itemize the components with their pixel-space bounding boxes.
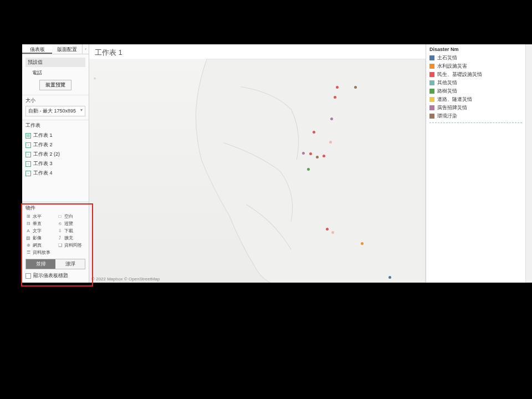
legend-swatch xyxy=(429,114,434,119)
object-item[interactable]: A文字 xyxy=(25,228,54,234)
show-title-label: 顯示儀表板標題 xyxy=(33,272,68,279)
legend-title: Disaster Nm xyxy=(429,47,522,52)
data-point[interactable] xyxy=(313,131,315,134)
legend-label: 廣告招牌災情 xyxy=(437,104,467,111)
object-label: 擴充 xyxy=(64,235,73,241)
sheet-item[interactable]: ▫工作表 3 xyxy=(25,159,85,168)
sheet-icon: ▫ xyxy=(25,142,31,148)
legend-swatch xyxy=(429,105,434,110)
mode-float-button[interactable]: 漂浮 xyxy=(55,259,85,269)
sheets-label: 工作表 xyxy=(22,120,89,130)
size-label: 大小 xyxy=(22,95,89,105)
sheet-icon: ▫ xyxy=(25,171,31,176)
object-icon: ⇩ xyxy=(57,228,63,234)
legend-label: 民生、基礎設施災情 xyxy=(437,71,482,78)
object-label: 垂直 xyxy=(33,221,42,227)
sheet-item[interactable]: ▫工作表 2 xyxy=(25,140,85,150)
scrollbar[interactable] xyxy=(525,44,532,283)
device-preview-button[interactable]: 裝置預覽 xyxy=(39,80,71,90)
legend-label: 其他災情 xyxy=(437,79,457,86)
object-item[interactable]: □空白 xyxy=(57,213,85,219)
sheet-label: 工作表 2 (2) xyxy=(33,151,60,158)
object-label: 影像 xyxy=(33,235,42,241)
object-icon: □ xyxy=(57,214,63,219)
taiwan-outline xyxy=(89,59,426,283)
tab-dashboard[interactable]: 儀表板 xyxy=(22,44,52,54)
object-item[interactable]: ❏資料問答 xyxy=(57,242,85,248)
object-icon: ⊟ xyxy=(25,221,31,227)
legend-panel: Disaster Nm 土石災情水利設施災害民生、基礎設施災情其他災情路樹災情道… xyxy=(426,44,525,283)
legend-item[interactable]: 民生、基礎設施災情 xyxy=(429,70,522,79)
legend-label: 環境汙染 xyxy=(437,112,457,120)
object-label: 網頁 xyxy=(33,242,42,248)
sheet-title: 工作表 1 xyxy=(89,44,426,59)
data-point[interactable] xyxy=(354,86,357,89)
tab-layout[interactable]: 版面配置 xyxy=(52,44,82,54)
sheet-label: 工作表 4 xyxy=(33,170,53,177)
legend-item[interactable]: 廣告招牌災情 xyxy=(429,104,522,112)
object-item[interactable]: ▧影像 xyxy=(25,235,54,241)
show-title-checkbox[interactable] xyxy=(25,273,31,279)
collapse-sidebar-button[interactable]: ‹ xyxy=(82,44,89,54)
objects-panel: 物件 ⊞水平□空白⊟垂直⎋巡覽A文字⇩下載▧影像⤴擴充⊕網頁❏資料問答☰資料故事… xyxy=(22,202,89,283)
legend-divider xyxy=(429,122,522,123)
object-item[interactable]: ⤴擴充 xyxy=(57,235,85,241)
object-icon: ⤴ xyxy=(57,236,63,241)
legend-swatch xyxy=(429,64,434,69)
object-label: 文字 xyxy=(33,228,42,234)
object-item[interactable]: ⇩下載 xyxy=(57,228,85,234)
object-item[interactable]: ☰資料故事 xyxy=(25,249,54,255)
data-point[interactable] xyxy=(329,141,332,144)
mode-tiled-button[interactable]: 並排 xyxy=(26,259,55,269)
object-label: 水平 xyxy=(33,213,42,219)
legend-item[interactable]: 水利設施災害 xyxy=(429,62,522,70)
svg-point-0 xyxy=(94,77,96,79)
object-label: 下載 xyxy=(64,228,73,234)
object-icon: ☰ xyxy=(25,250,31,255)
object-icon: ❏ xyxy=(57,243,63,248)
sheet-item[interactable]: ▫工作表 2 (2) xyxy=(25,150,85,159)
object-icon: ⎋ xyxy=(57,221,63,227)
sheet-icon: ▫ xyxy=(25,161,31,167)
legend-item[interactable]: 路樹災情 xyxy=(429,87,522,95)
legend-label: 路樹災情 xyxy=(437,88,457,95)
preset-phone[interactable]: 電話 xyxy=(25,68,85,78)
legend-item[interactable]: 環境汙染 xyxy=(429,112,522,120)
size-select[interactable]: 自動 - 最大 1750x895 xyxy=(25,106,85,116)
legend-swatch xyxy=(429,97,434,102)
object-label: 巡覽 xyxy=(64,221,73,227)
object-item[interactable]: ⊕網頁 xyxy=(25,242,54,248)
legend-item[interactable]: 其他災情 xyxy=(429,79,522,87)
sheet-item[interactable]: ⊞工作表 1 xyxy=(25,131,85,140)
sheet-label: 工作表 1 xyxy=(33,132,53,139)
sidebar: 儀表板 版面配置 ‹ 預設值 電話 裝置預覽 大小 自動 - 最大 1750x8… xyxy=(22,44,89,283)
sheet-icon: ▫ xyxy=(25,152,31,157)
object-label: 資料故事 xyxy=(33,249,50,255)
legend-label: 土石災情 xyxy=(437,54,457,62)
object-item[interactable]: ⎋巡覽 xyxy=(57,221,85,227)
object-icon: ▧ xyxy=(25,236,31,241)
main-area: 工作表 1 © 2022 Mapbox © OpenStreetMap xyxy=(89,44,426,283)
legend-swatch xyxy=(429,89,434,94)
data-point[interactable] xyxy=(307,168,310,171)
data-point[interactable] xyxy=(361,242,364,245)
legend-item[interactable]: 土石災情 xyxy=(429,54,522,62)
legend-swatch xyxy=(429,72,434,77)
object-label: 空白 xyxy=(64,213,73,219)
legend-swatch xyxy=(429,55,434,60)
legend-label: 道路、隧道災情 xyxy=(437,96,472,103)
object-label: 資料問答 xyxy=(64,242,82,248)
objects-title: 物件 xyxy=(25,204,85,212)
sheet-item[interactable]: ▫工作表 4 xyxy=(25,168,85,178)
legend-item[interactable]: 道路、隧道災情 xyxy=(429,95,522,104)
sheet-icon: ⊞ xyxy=(25,133,31,139)
map-canvas[interactable]: © 2022 Mapbox © OpenStreetMap xyxy=(89,59,426,283)
sheet-label: 工作表 3 xyxy=(33,160,53,167)
legend-label: 水利設施災害 xyxy=(437,63,467,70)
object-icon: ⊕ xyxy=(25,243,31,248)
object-icon: A xyxy=(25,228,31,234)
object-icon: ⊞ xyxy=(25,214,31,219)
preset-default[interactable]: 預設值 xyxy=(25,58,85,67)
object-item[interactable]: ⊟垂直 xyxy=(25,221,54,227)
object-item[interactable]: ⊞水平 xyxy=(25,213,54,219)
